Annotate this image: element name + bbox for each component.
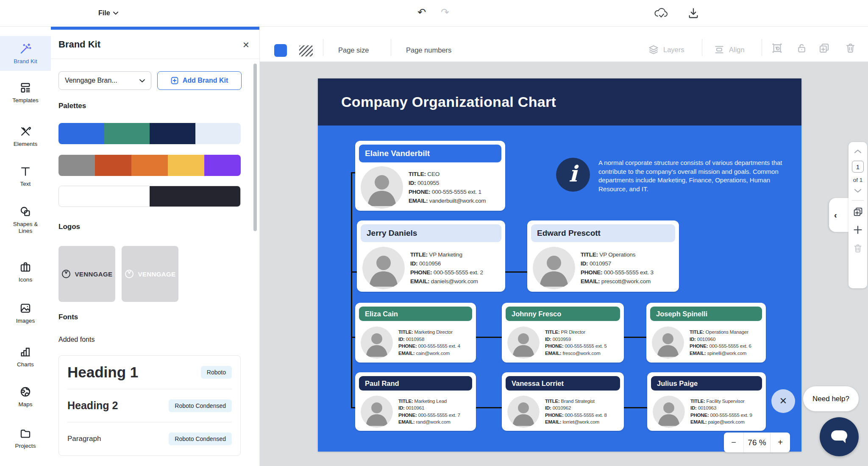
download-icon[interactable] <box>687 7 699 19</box>
fonts-label: Fonts <box>58 313 78 321</box>
person-card[interactable]: Johnny FrescoTITLE: PR DirectorID: 00109… <box>502 303 624 363</box>
palette-color[interactable] <box>131 155 168 176</box>
sidebar-item-label: Images <box>16 318 35 324</box>
person-name: Joseph Spinelli <box>650 307 762 321</box>
person-card[interactable]: Joseph SpinelliTITLE: Operations Manager… <box>646 303 766 363</box>
person-card[interactable]: Jerry DanielsTITLE: VP MarketingID: 0010… <box>357 220 505 292</box>
sidebar-item-text[interactable]: Text <box>0 165 51 187</box>
person-email: EMAIL: rand@work.com <box>398 419 460 426</box>
zoom-in-button[interactable]: + <box>770 433 790 452</box>
palette-color[interactable] <box>195 123 241 144</box>
redo-icon[interactable]: ↷ <box>441 6 449 18</box>
palette-color[interactable] <box>104 123 150 144</box>
duplicate-page-icon[interactable] <box>853 206 863 217</box>
close-icon[interactable]: ✕ <box>242 40 250 50</box>
font-style-row[interactable]: Heading 1 Roboto <box>67 356 232 389</box>
sidebar-item-images[interactable]: Images <box>0 302 51 324</box>
palette-color[interactable] <box>150 123 195 144</box>
trash-icon[interactable] <box>845 42 856 54</box>
palette-row[interactable] <box>58 123 241 144</box>
palette-color[interactable] <box>58 123 104 144</box>
person-details: TITLE: Brand StrategistID: 0010962PHONE:… <box>502 391 624 432</box>
shapes-icon <box>19 205 32 218</box>
zoom-out-button[interactable]: − <box>724 433 744 452</box>
page-title[interactable]: Company Organizational Chart <box>341 94 556 110</box>
add-page-icon[interactable] <box>853 225 863 235</box>
person-phone: PHONE: 000-555-5555 ext. 1 <box>409 187 486 196</box>
sidebar-item-shapes-lines[interactable]: Shapes & Lines <box>0 205 51 234</box>
person-details: TITLE: PR DirectorID: 0010959PHONE: 000-… <box>502 321 624 363</box>
person-photo <box>361 166 403 209</box>
duplicate-icon[interactable] <box>818 42 830 54</box>
person-card[interactable]: Vanessa LorrietTITLE: Brand StrategistID… <box>502 372 624 431</box>
person-card[interactable]: Eliza CainTITLE: Marketing DirectorID: 0… <box>355 303 476 363</box>
chevron-left-icon: ‹ <box>834 210 837 220</box>
add-brand-kit-button[interactable]: Add Brand Kit <box>157 71 242 90</box>
dismiss-help-icon[interactable]: ✕ <box>771 389 795 413</box>
palette-row[interactable] <box>58 155 241 176</box>
top-bar <box>0 0 868 27</box>
person-details: TITLE: Facility SupervisorID: 0010963PHO… <box>647 391 766 432</box>
canvas-toolbar: Page size Page numbers Layers Align <box>259 26 868 62</box>
file-menu[interactable]: File <box>98 0 118 26</box>
palette-color[interactable] <box>168 155 204 176</box>
info-text[interactable]: A normal corporate structure consists of… <box>598 159 788 193</box>
person-card[interactable]: Elaine VanderbiltTITLE: CEOID: 0010955PH… <box>355 141 505 211</box>
page-numbers-button[interactable]: Page numbers <box>406 46 451 54</box>
sidebar-item-elements[interactable]: Elements <box>0 125 51 148</box>
page-fill-swatch[interactable] <box>274 44 287 57</box>
palette-color[interactable] <box>59 186 150 206</box>
undo-icon[interactable]: ↶ <box>417 6 426 18</box>
delete-page-icon[interactable] <box>853 243 863 254</box>
page-size-button[interactable]: Page size <box>338 46 369 54</box>
toolbar-divider <box>762 39 762 56</box>
person-photo <box>361 326 393 359</box>
sidebar-item-label: Maps <box>18 401 32 408</box>
sidebar-item-brand-kit[interactable]: Brand Kit <box>0 36 51 71</box>
font-style-row[interactable]: Paragraph Roboto Condensed <box>67 422 232 455</box>
page-up-icon[interactable] <box>854 149 862 154</box>
page-down-icon[interactable] <box>854 188 862 193</box>
venngage-logo-icon <box>124 269 134 279</box>
zoom-level[interactable]: 76 % <box>744 433 770 452</box>
person-card[interactable]: Julius PaigeTITLE: Facility SupervisorID… <box>647 372 766 431</box>
align-button[interactable]: Align <box>714 44 745 55</box>
sidebar-item-icons[interactable]: Icons <box>0 261 51 283</box>
person-card[interactable]: Edward PrescottTITLE: VP OperationsID: 0… <box>527 220 679 292</box>
lock-open-icon[interactable] <box>796 42 807 54</box>
palette-color[interactable] <box>204 155 241 176</box>
panel-scrollbar[interactable] <box>253 64 257 231</box>
sidebar-item-templates[interactable]: Templates <box>0 81 51 104</box>
logo-dark[interactable]: VENNGAGE <box>58 246 115 302</box>
person-id: ID: 0010959 <box>545 336 607 343</box>
sidebar-item-projects[interactable]: Projects <box>0 427 51 449</box>
font-styles-card[interactable]: Heading 1 Roboto Heading 2 Roboto Conden… <box>58 355 241 456</box>
chat-widget-button[interactable] <box>820 417 859 456</box>
brand-kit-select[interactable]: Venngage Bran... <box>58 71 151 90</box>
palette-row[interactable] <box>58 186 241 207</box>
sidebar-item-maps[interactable]: Maps <box>0 385 51 408</box>
replace-frame-icon[interactable] <box>771 42 783 54</box>
info-icon[interactable]: i <box>556 158 590 192</box>
person-details: TITLE: VP OperationsID: 0010957PHONE: 00… <box>527 242 679 293</box>
logo-wordmark: VENNGAGE <box>138 271 175 278</box>
sidebar-item-charts[interactable]: Charts <box>0 346 51 368</box>
collapse-panel-tab[interactable]: ‹ <box>829 198 849 232</box>
page-pattern-swatch[interactable] <box>299 45 313 56</box>
person-phone: PHONE: 000-555-5555 ext. 5 <box>545 343 607 350</box>
logo-light[interactable]: VENNGAGE <box>122 246 178 302</box>
chat-bubble-icon <box>829 428 849 446</box>
person-details: TITLE: Marketing LeadID: 0010961PHONE: 0… <box>355 391 476 432</box>
person-name: Jerry Daniels <box>361 224 501 242</box>
person-card[interactable]: Paul RandTITLE: Marketing LeadID: 001096… <box>355 372 476 431</box>
page-header-band[interactable]: Company Organizational Chart <box>318 78 801 126</box>
palette-color[interactable] <box>95 155 131 176</box>
layers-button[interactable]: Layers <box>648 44 684 55</box>
font-style-row[interactable]: Heading 2 Roboto Condensed <box>67 389 232 423</box>
pages-panel: 1 of 1 <box>849 142 867 288</box>
palette-color[interactable] <box>150 186 240 206</box>
palette-color[interactable] <box>58 155 95 176</box>
align-icon <box>714 44 725 55</box>
panel-title: Brand Kit <box>58 39 100 50</box>
current-page-box[interactable]: 1 <box>852 161 864 173</box>
